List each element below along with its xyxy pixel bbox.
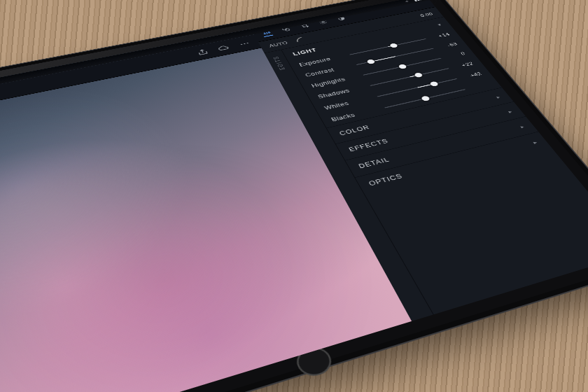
svg-point-3 [264, 33, 266, 34]
edits-label: EDITS [272, 55, 286, 70]
slider-value: -63 [438, 41, 458, 49]
slider-value: +14 [430, 32, 451, 40]
battery-icon: ▮▮▯ [413, 0, 423, 1]
svg-point-0 [241, 43, 243, 44]
wifi-icon: ᯤ [405, 0, 412, 4]
svg-point-7 [285, 28, 290, 31]
chevron-down-icon: ▾ [437, 22, 442, 27]
share-icon[interactable] [196, 48, 209, 56]
svg-point-1 [244, 43, 246, 44]
section-title: OPTICS [368, 173, 404, 188]
more-icon[interactable] [238, 40, 251, 48]
chevron-right-icon: ▸ [507, 108, 514, 113]
section-light-title: LIGHT [292, 48, 318, 57]
section-title: DETAIL [357, 156, 391, 169]
section-title: COLOR [338, 124, 371, 136]
cloud-icon[interactable] [217, 44, 230, 52]
svg-point-5 [268, 32, 270, 34]
svg-point-2 [246, 43, 248, 43]
chevron-right-icon: ▸ [495, 94, 501, 99]
svg-point-8 [321, 21, 324, 22]
tone-curve-icon[interactable] [293, 36, 306, 44]
tablet-device: ᯤ ▮▮▯ [0, 0, 588, 392]
auto-button[interactable]: AUTO [268, 41, 288, 48]
chevron-right-icon: ▸ [519, 124, 526, 129]
slider-value: +42 [461, 71, 482, 80]
slider-value [471, 84, 490, 88]
chevron-right-icon: ▸ [531, 139, 538, 145]
app-screen: ᯤ ▮▮▯ [0, 0, 588, 392]
curve-value: 0.00 [419, 11, 434, 17]
slider-value: 0 [445, 51, 467, 59]
slider-value: +22 [453, 61, 475, 69]
